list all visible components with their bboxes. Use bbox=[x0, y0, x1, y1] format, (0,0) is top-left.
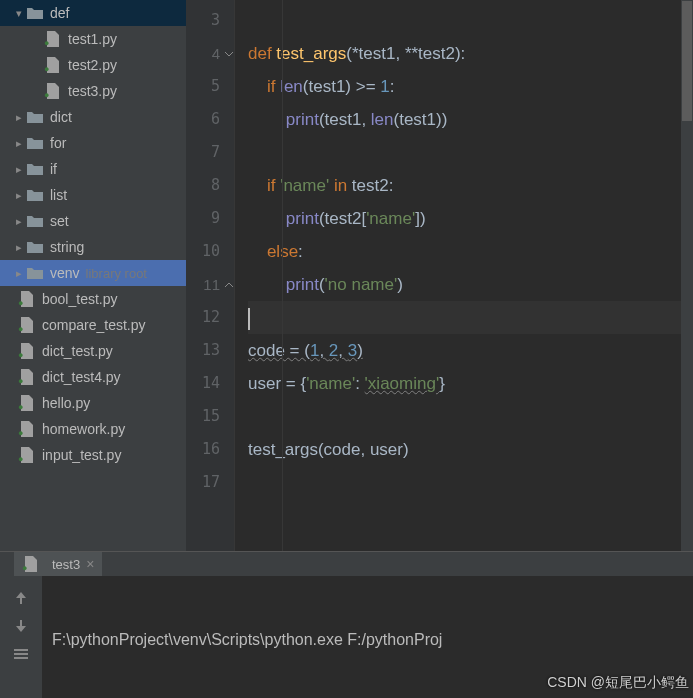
arrow-down-icon[interactable] bbox=[13, 618, 29, 634]
tree-file-test2[interactable]: ●test2.py bbox=[0, 52, 186, 78]
watermark: CSDN @短尾巴小鳄鱼 bbox=[547, 674, 689, 692]
tree-folder-list[interactable]: ▸list bbox=[0, 182, 186, 208]
tree-file-test3[interactable]: ●test3.py bbox=[0, 78, 186, 104]
code-line: if 'name' in test2: bbox=[248, 169, 681, 202]
tree-label: bool_test.py bbox=[42, 291, 118, 307]
tree-folder-set[interactable]: ▸set bbox=[0, 208, 186, 234]
tree-folder-for[interactable]: ▸for bbox=[0, 130, 186, 156]
run-tab-label: test3 bbox=[52, 557, 80, 572]
python-file-icon: ● bbox=[44, 30, 62, 48]
code-line: test_args(code, user) bbox=[248, 433, 681, 466]
close-icon[interactable]: × bbox=[86, 556, 94, 572]
tree-folder-string[interactable]: ▸string bbox=[0, 234, 186, 260]
code-line: print('no name') bbox=[248, 268, 681, 301]
project-tree[interactable]: ▾def ●test1.py ●test2.py ●test3.py ▸dict… bbox=[0, 0, 186, 551]
line-number: 11 bbox=[186, 268, 234, 301]
python-file-icon: ● bbox=[18, 420, 36, 438]
code-line: print(test1, len(test1)) bbox=[248, 103, 681, 136]
folder-icon bbox=[26, 134, 44, 152]
run-tab-bar: ● test3 × bbox=[0, 552, 693, 576]
chevron-right-icon: ▸ bbox=[12, 215, 26, 228]
tree-file-homework[interactable]: ●homework.py bbox=[0, 416, 186, 442]
folder-icon bbox=[26, 108, 44, 126]
scrollbar-thumb[interactable] bbox=[682, 1, 692, 121]
python-file-icon: ● bbox=[22, 555, 40, 573]
console-toolbar bbox=[0, 576, 42, 698]
vertical-scrollbar[interactable] bbox=[681, 0, 693, 551]
tree-label: list bbox=[50, 187, 67, 203]
tree-label: def bbox=[50, 5, 69, 21]
tree-file-input-test[interactable]: ●input_test.py bbox=[0, 442, 186, 468]
tree-label: test1.py bbox=[68, 31, 117, 47]
line-number: 8 bbox=[186, 169, 234, 202]
python-file-icon: ● bbox=[18, 316, 36, 334]
chevron-right-icon: ▸ bbox=[12, 241, 26, 254]
tree-label: hello.py bbox=[42, 395, 90, 411]
tree-folder-venv[interactable]: ▸venvlibrary root bbox=[0, 260, 186, 286]
chevron-right-icon: ▸ bbox=[12, 111, 26, 124]
tree-label: string bbox=[50, 239, 84, 255]
tree-file-dict-test4[interactable]: ●dict_test4.py bbox=[0, 364, 186, 390]
folder-icon bbox=[26, 212, 44, 230]
line-number: 10 bbox=[186, 235, 234, 268]
tree-file-bool-test[interactable]: ●bool_test.py bbox=[0, 286, 186, 312]
line-number: 9 bbox=[186, 202, 234, 235]
line-number: 12 bbox=[186, 301, 234, 334]
python-file-icon: ● bbox=[18, 342, 36, 360]
code-area[interactable]: def test_args(*test1, **test2): if len(t… bbox=[234, 0, 681, 551]
arrow-up-icon[interactable] bbox=[13, 590, 29, 606]
code-line: else: bbox=[248, 235, 681, 268]
python-file-icon: ● bbox=[18, 368, 36, 386]
chevron-right-icon: ▸ bbox=[12, 189, 26, 202]
tree-label: venv bbox=[50, 265, 80, 281]
line-number: 4 bbox=[186, 37, 234, 70]
code-line: if len(test1) >= 1: bbox=[248, 70, 681, 103]
tree-file-hello[interactable]: ●hello.py bbox=[0, 390, 186, 416]
text-caret bbox=[248, 308, 250, 330]
line-number: 17 bbox=[186, 466, 234, 499]
tree-label: dict_test.py bbox=[42, 343, 113, 359]
tree-label: compare_test.py bbox=[42, 317, 146, 333]
folder-icon bbox=[26, 4, 44, 22]
tree-sublabel: library root bbox=[86, 266, 147, 281]
code-line-active bbox=[248, 301, 681, 334]
tree-label: set bbox=[50, 213, 69, 229]
code-line: print(test2['name']) bbox=[248, 202, 681, 235]
python-file-icon: ● bbox=[18, 446, 36, 464]
tree-label: dict bbox=[50, 109, 72, 125]
collapse-icon[interactable] bbox=[224, 49, 234, 59]
chevron-right-icon: ▸ bbox=[12, 163, 26, 176]
line-number: 13 bbox=[186, 334, 234, 367]
code-line: def test_args(*test1, **test2): bbox=[248, 37, 681, 70]
folder-icon bbox=[26, 160, 44, 178]
line-number: 15 bbox=[186, 400, 234, 433]
tree-file-dict-test[interactable]: ●dict_test.py bbox=[0, 338, 186, 364]
wrap-icon[interactable] bbox=[13, 646, 29, 662]
code-line bbox=[248, 4, 681, 37]
chevron-down-icon: ▾ bbox=[12, 7, 26, 20]
tree-folder-dict[interactable]: ▸dict bbox=[0, 104, 186, 130]
python-file-icon: ● bbox=[44, 56, 62, 74]
code-line bbox=[248, 400, 681, 433]
run-tab[interactable]: ● test3 × bbox=[14, 552, 102, 576]
chevron-right-icon: ▸ bbox=[12, 267, 26, 280]
tree-label: homework.py bbox=[42, 421, 125, 437]
tree-label: input_test.py bbox=[42, 447, 121, 463]
tree-label: test2.py bbox=[68, 57, 117, 73]
line-gutter: 3 4 5 6 7 8 9 10 11 12 13 14 15 16 17 bbox=[186, 0, 234, 551]
editor[interactable]: 3 4 5 6 7 8 9 10 11 12 13 14 15 16 17 de… bbox=[186, 0, 693, 551]
code-line bbox=[248, 136, 681, 169]
tree-label: for bbox=[50, 135, 66, 151]
tree-label: test3.py bbox=[68, 83, 117, 99]
python-file-icon: ● bbox=[44, 82, 62, 100]
chevron-right-icon: ▸ bbox=[12, 137, 26, 150]
tree-folder-def[interactable]: ▾def bbox=[0, 0, 186, 26]
code-line: code = (1, 2, 3) bbox=[248, 334, 681, 367]
code-line: user = {'name': 'xiaoming'} bbox=[248, 367, 681, 400]
tree-label: dict_test4.py bbox=[42, 369, 121, 385]
tree-file-compare-test[interactable]: ●compare_test.py bbox=[0, 312, 186, 338]
tree-folder-if[interactable]: ▸if bbox=[0, 156, 186, 182]
tree-file-test1[interactable]: ●test1.py bbox=[0, 26, 186, 52]
folder-icon bbox=[26, 186, 44, 204]
collapse-icon[interactable] bbox=[224, 280, 234, 290]
